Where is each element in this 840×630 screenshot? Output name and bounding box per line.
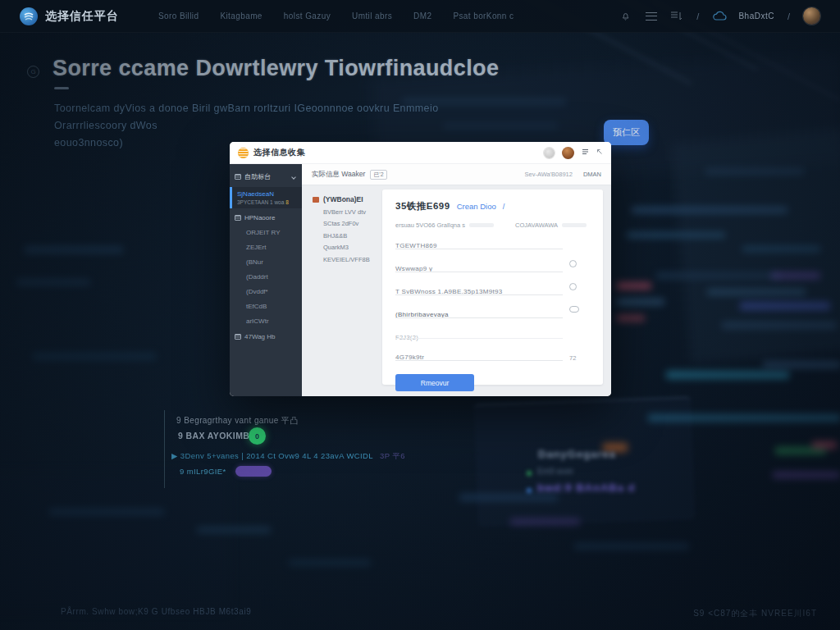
meta-item-1: ersuau 5VO66 Gralīqna s	[395, 221, 494, 229]
bg-blob	[25, 246, 123, 253]
field-2-radio[interactable]	[569, 260, 577, 267]
nav-item-4[interactable]: Umtil abrs	[352, 11, 392, 21]
background-panel-line-1: Em9 wver	[537, 467, 573, 476]
user-avatar[interactable]	[803, 7, 820, 25]
sidebar-item-5[interactable]: (Dvddf*	[230, 284, 302, 299]
modal-content: 实际信息 Waaker 已'2 Sev-AWa'B08912 DMAN (YWB…	[302, 164, 611, 396]
bg-blob	[656, 272, 779, 279]
bg-blob	[763, 361, 840, 368]
platform-logo-text: 选择信任平台	[45, 9, 119, 24]
sidebar-item-4[interactable]: (Daddrt	[230, 269, 302, 284]
sidebar-footer-label: 47Wag Hb	[244, 333, 276, 340]
bg-blob	[722, 322, 837, 329]
breadcrumb-title: 实际信息 Waaker	[312, 170, 365, 180]
nav-right-cluster: / BhaDxtC /	[619, 7, 820, 25]
form-field-2[interactable]: Wswwap9 y	[395, 259, 590, 275]
field-3-underline	[395, 294, 563, 295]
nav-item-1[interactable]: Soro Billid	[158, 11, 199, 21]
bookmark-icon	[313, 197, 319, 203]
bg-blob	[617, 315, 645, 322]
notification-bell-icon[interactable]	[619, 11, 632, 22]
card-title-slash[interactable]: /	[503, 203, 505, 211]
submit-button[interactable]: Rmeovur	[395, 374, 474, 391]
breadcrumb-tag: 已'2	[370, 170, 386, 180]
meta-label-2: COJAVAWAWA	[515, 221, 558, 229]
modal-logo-text: 选择信息收集	[253, 147, 305, 158]
bg-blob	[617, 282, 651, 290]
modal-cursor-icon[interactable]	[596, 148, 603, 157]
bg-blob	[33, 353, 156, 360]
modal-logo-icon	[238, 148, 249, 158]
field-4-toggle[interactable]	[569, 306, 579, 313]
card-title-link[interactable]: Crean Dioo	[457, 202, 496, 211]
grid-icon	[235, 174, 241, 180]
modal-avatar-primary[interactable]	[562, 147, 574, 159]
footer-left-text: PÅrrm. Swhw bow;K9 G Ufbseo HBJB M6t3ai9	[61, 607, 251, 616]
nav-item-5[interactable]: DM2	[413, 11, 431, 21]
form-field-4[interactable]: (Bhirbribavevaya	[395, 305, 590, 321]
field-2-underline	[395, 272, 563, 272]
field-6-counter: 72	[569, 349, 576, 363]
sidebar-item-7[interactable]: arICWtr	[230, 313, 302, 328]
card-title-row: 35铁推E699 Crean Dioo /	[395, 200, 590, 212]
breadcrumb-action[interactable]: DMAN	[583, 171, 601, 178]
radio-circle-icon	[569, 283, 577, 290]
breadcrumb-right: Sev-AWa'B08912 DMAN	[524, 171, 601, 178]
field-5-underline	[395, 338, 563, 339]
form-field-5[interactable]: F2J3(2)	[395, 328, 590, 340]
terminal-line-4: 9 mILr9GIE*	[180, 467, 226, 476]
cloud-icon[interactable]	[712, 11, 725, 22]
sidebar-header[interactable]: 自助标台	[230, 168, 302, 185]
bg-blob	[289, 559, 371, 566]
meta-placeholder-bar	[562, 223, 587, 227]
page-title: Sorre ccame Dowrtlewry Tiowrfinaudcloe	[52, 56, 610, 81]
submenu-item-4[interactable]: QuarkM3	[313, 240, 381, 252]
form-field-3[interactable]: T SvBWnoss 1.A9BE.35p13M9t93	[395, 282, 590, 298]
form-field-1[interactable]: TGEWTH869	[395, 236, 590, 252]
submenu-item-2[interactable]: SCtas 2dF0v	[313, 216, 381, 228]
field-4-underline	[395, 317, 563, 318]
sidebar-item-2[interactable]: ZEJErt	[230, 240, 302, 254]
account-label[interactable]: BhaDxtC	[738, 11, 774, 21]
sidebar-item-active[interactable]: SjNaedseaN 3PYCETAAN 1 woa 8	[230, 187, 302, 208]
submenu-item-3[interactable]: BHJ&&B	[313, 227, 381, 240]
submenu-header[interactable]: (YWBona)EI	[313, 195, 381, 203]
submenu-item-5[interactable]: KEVEIEL/VFF8B	[313, 251, 381, 263]
sidebar-active-label: SjNaedseaN	[237, 190, 299, 198]
sidebar-group-header[interactable]: HPNaoore	[230, 208, 302, 225]
submenu-item-1[interactable]: BVBerr LVV dtv	[313, 203, 381, 216]
terminal-line-3-text: ▶ 3Denv 5+vanes | 2014 Ct Ovw9 4L 4 23av…	[171, 451, 373, 460]
form-field-6[interactable]: 4G79k9tr 72	[395, 348, 590, 363]
background-panel-line-2: bwd:9 BAnABa d	[537, 482, 635, 494]
list-settings-icon[interactable]	[670, 11, 683, 22]
sidebar-item-1[interactable]: ORJEIT RY	[230, 225, 302, 240]
bg-blob	[16, 279, 90, 285]
bg-blob	[740, 302, 830, 310]
bg-blob	[574, 543, 689, 550]
terminal-line-2: 9 BAX AYOKIMB	[178, 431, 249, 441]
sidebar-item-3[interactable]: (BNur	[230, 254, 302, 269]
nav-item-6[interactable]: Psat borKonn c	[453, 11, 514, 21]
modal-menu-icon[interactable]	[582, 148, 589, 157]
counter-label: 72	[569, 354, 576, 362]
terminal-line-3: ▶ 3Denv 5+vanes | 2014 Ct Ovw9 4L 4 23av…	[171, 451, 405, 462]
modal-avatar-secondary[interactable]	[544, 148, 555, 158]
menu-icon[interactable]	[646, 12, 657, 21]
sidebar-footer-item[interactable]: 47Wag Hb	[230, 328, 302, 345]
admin-modal-window: 选择信息收集 自助标台 SjNa	[230, 142, 611, 396]
background-panel-title: DanyGegarea	[538, 448, 616, 460]
bg-blob	[773, 472, 840, 478]
field-3-radio[interactable]	[569, 283, 577, 290]
form-card: 35铁推E699 Crean Dioo / ersuau 5VO66 Gralī…	[382, 189, 603, 385]
hero-cta-button[interactable]: 预仁区	[604, 120, 649, 145]
platform-logo[interactable]: 选择信任平台	[20, 7, 119, 25]
toggle-icon	[569, 306, 579, 313]
sidebar-item-6[interactable]: tEfCdB	[230, 299, 302, 313]
bg-blob	[705, 168, 804, 175]
nav-item-2[interactable]: Kitagbame	[220, 11, 262, 21]
nav-item-3[interactable]: holst Gazuy	[284, 11, 331, 21]
bg-blob	[617, 299, 664, 305]
background-panel: DanyGegarea Em9 wver bwd:9 BAnABa d	[517, 443, 738, 529]
terminal-line-1: 9 Begragrthay vant ganue 平凸	[176, 415, 299, 427]
page-footer: PÅrrm. Swhw bow;K9 G Ufbseo HBJB M6t3ai9…	[0, 597, 840, 630]
